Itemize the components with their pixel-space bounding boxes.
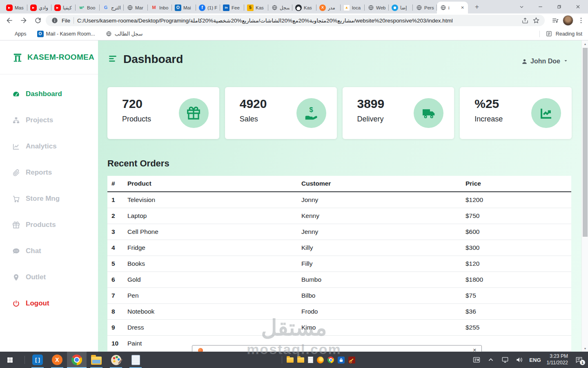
- browser-tab[interactable]: إضا: [389, 2, 413, 13]
- close-window-button[interactable]: [568, 0, 587, 13]
- table-cell: 5: [107, 256, 127, 272]
- globe-favicon-icon: [106, 31, 112, 37]
- news-widgets-icon[interactable]: [471, 352, 482, 368]
- table-cell: Fridge: [127, 240, 301, 256]
- brackets-app-icon: [ ]: [32, 355, 43, 365]
- url-text[interactable]: C:/Users/kasem-roomea/Desktop/Programing…: [77, 17, 518, 24]
- firefox-tray-icon[interactable]: [317, 357, 324, 364]
- stat-card-sales: 4920Sales$: [225, 87, 337, 139]
- browser-tab[interactable]: MInbo: [148, 2, 172, 13]
- folder-tray-icon[interactable]: [297, 357, 304, 363]
- bookmark-label: Mail - Kasem Room...: [46, 31, 95, 37]
- scroll-down-arrow-icon[interactable]: ▼: [582, 345, 588, 352]
- bookmark-star-icon[interactable]: [532, 17, 540, 25]
- share-icon[interactable]: [521, 17, 529, 25]
- browser-tab[interactable]: ▶Mas: [3, 2, 27, 13]
- minimize-button[interactable]: [531, 0, 550, 13]
- reload-icon[interactable]: [33, 16, 43, 25]
- scrollbar[interactable]: ▲ ▼: [581, 40, 588, 352]
- column-header: Product: [127, 176, 301, 192]
- paint-taskbar-icon[interactable]: [106, 352, 126, 368]
- browser-tab[interactable]: f(1) F: [196, 2, 220, 13]
- sidebar-item-projects[interactable]: Projects: [0, 107, 98, 133]
- scroll-up-arrow-icon[interactable]: ▲: [582, 40, 588, 47]
- reading-list-label: Reading list: [556, 31, 582, 37]
- browser-tab[interactable]: ▲loca: [341, 2, 365, 13]
- browser-tab[interactable]: Xمدر: [316, 2, 341, 13]
- bookmark-item[interactable]: Apps: [6, 31, 27, 37]
- media-controls-icon[interactable]: [551, 17, 559, 25]
- browser-tab[interactable]: Pers: [413, 2, 437, 13]
- user-menu[interactable]: John Doe: [521, 58, 568, 65]
- forward-icon[interactable]: [19, 16, 29, 25]
- menu-dots-icon[interactable]: [577, 17, 585, 25]
- browser-tab[interactable]: ▶كيفيا: [51, 2, 76, 13]
- volume-icon[interactable]: [514, 352, 525, 368]
- browser-tab[interactable]: Web: [365, 2, 389, 13]
- language-indicator[interactable]: ENG: [528, 357, 542, 363]
- google-favicon-icon: G: [102, 4, 109, 11]
- xampp-taskbar-icon[interactable]: X: [47, 352, 67, 368]
- tab-title: Kas: [304, 5, 314, 10]
- browser-tab[interactable]: inFee: [220, 2, 244, 13]
- browser-tab[interactable]: i✕: [437, 2, 468, 13]
- sidebar-item-products[interactable]: Products: [0, 212, 98, 238]
- sidebar-item-analytics[interactable]: Analytics: [0, 133, 98, 159]
- divider: [539, 31, 540, 37]
- notepad-taskbar-icon[interactable]: [126, 352, 145, 368]
- maximize-button[interactable]: [550, 0, 568, 13]
- sidebar-item-logout[interactable]: Logout: [0, 290, 98, 316]
- url-scheme-label: File: [62, 18, 70, 24]
- reading-list-icon: [546, 30, 552, 37]
- key-tray-icon[interactable]: [348, 357, 355, 364]
- chrome-taskbar-icon[interactable]: [67, 352, 87, 368]
- table-cell: $120: [466, 256, 571, 272]
- lock-tray-icon[interactable]: [338, 357, 345, 364]
- table-cell: Filly: [301, 256, 466, 272]
- sidebar-item-store-mng[interactable]: Store Mng: [0, 186, 98, 212]
- explorer-taskbar-icon[interactable]: [87, 352, 106, 368]
- tab-title: Web: [376, 5, 386, 10]
- brand[interactable]: KASEM-ROOMEA: [0, 40, 98, 74]
- bookmarks-left: AppsOMail - Kasem Room...سجل الطالب: [6, 31, 154, 37]
- browser-tab[interactable]: w³Boo: [76, 2, 100, 13]
- tab-title: Fee: [232, 5, 241, 10]
- sidebar-item-outlet[interactable]: Outlet: [0, 264, 98, 290]
- network-icon[interactable]: [499, 352, 511, 368]
- browser-tab[interactable]: 5Kas: [244, 2, 268, 13]
- sidebar-item-label: Logout: [26, 299, 49, 307]
- brackets-taskbar-icon[interactable]: [ ]: [28, 352, 47, 368]
- reading-list-button[interactable]: Reading list: [539, 30, 582, 37]
- close-icon[interactable]: ✕: [473, 348, 477, 352]
- close-tab-icon[interactable]: ✕: [460, 5, 465, 10]
- sidebar-item-label: Chat: [26, 247, 41, 255]
- avatar[interactable]: [563, 15, 573, 26]
- browser-tab[interactable]: ▶وادي: [27, 2, 51, 13]
- address-bar[interactable]: File C:/Users/kasem-roomea/Desktop/Progr…: [46, 15, 545, 26]
- sidebar-item-reports[interactable]: Reports: [0, 159, 98, 186]
- start-button[interactable]: [0, 352, 20, 368]
- action-center-icon[interactable]: 1: [572, 352, 586, 368]
- chevron-up-icon[interactable]: [485, 352, 497, 368]
- bookmark-item[interactable]: OMail - Kasem Room...: [37, 31, 95, 37]
- cart-icon: [12, 195, 20, 203]
- page-tray-icon[interactable]: [308, 357, 313, 363]
- menu-toggle-icon[interactable]: [108, 54, 118, 65]
- sidebar-item-chat[interactable]: Chat: [0, 238, 98, 264]
- chrome-tray-icon[interactable]: [327, 357, 334, 363]
- browser-tab[interactable]: Kas: [292, 2, 316, 13]
- new-tab-button[interactable]: +: [471, 1, 483, 13]
- browser-tab[interactable]: Mar: [124, 2, 148, 13]
- info-icon[interactable]: [51, 17, 58, 25]
- bookmark-item[interactable]: سجل الطالب: [106, 31, 143, 37]
- browser-tab[interactable]: OMai: [172, 2, 196, 13]
- scrollbar-thumb[interactable]: [583, 48, 588, 237]
- table-row: 1TelevisionJonny$1200: [107, 192, 571, 208]
- taskbar-clock[interactable]: 3:23 PM 1/11/2022: [545, 353, 570, 366]
- sidebar-item-dashboard[interactable]: Dashboard: [0, 81, 98, 107]
- browser-tab[interactable]: سجل: [268, 2, 292, 13]
- chevron-down-icon[interactable]: [512, 0, 531, 13]
- back-icon[interactable]: [4, 16, 14, 25]
- browser-tab[interactable]: Gالترج: [100, 2, 124, 13]
- folder-tray-icon[interactable]: [287, 357, 294, 363]
